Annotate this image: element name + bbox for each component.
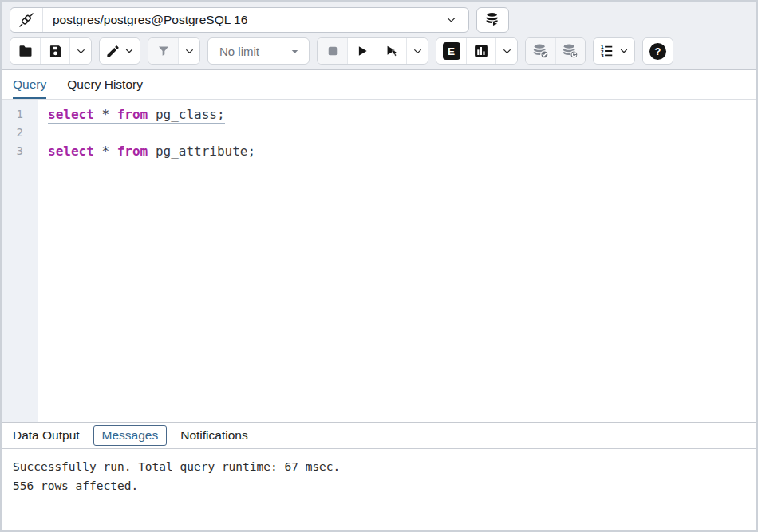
bar-chart-icon <box>473 43 489 59</box>
tab-query-label: Query <box>13 77 46 92</box>
execute-from-cursor-button[interactable] <box>377 38 406 64</box>
macros-button-group: 123 <box>593 37 635 65</box>
query-tool-window: postgres/postgres@PostgreSQL 16 <box>0 0 758 532</box>
chevron-down-icon[interactable] <box>434 13 468 26</box>
tab-query-history-label: Query History <box>67 77 143 92</box>
save-file-button[interactable] <box>40 38 69 64</box>
tab-data-output[interactable]: Data Output <box>13 428 80 443</box>
tab-query[interactable]: Query <box>13 70 46 99</box>
floppy-save-icon <box>48 44 63 59</box>
connection-plug-icon <box>10 8 43 32</box>
help-button[interactable]: ? <box>643 38 673 64</box>
edit-menu-button[interactable] <box>100 38 140 64</box>
funnel-filter-icon <box>156 44 171 58</box>
filter-options-dropdown[interactable] <box>178 38 199 64</box>
database-commit-icon <box>532 42 550 60</box>
explain-analyze-button[interactable] <box>466 38 495 64</box>
caret-down-icon <box>289 45 301 57</box>
macros-menu-button[interactable]: 123 <box>594 38 634 64</box>
help-button-group: ? <box>642 37 673 65</box>
chevron-down-icon <box>619 46 629 56</box>
editor-tab-bar: Query Query History <box>2 70 756 100</box>
chevron-down-icon <box>124 46 134 56</box>
new-connection-button[interactable] <box>476 7 509 33</box>
connection-label: postgres/postgres@PostgreSQL 16 <box>43 13 434 27</box>
execute-button[interactable] <box>347 38 377 64</box>
play-cursor-icon <box>385 44 400 59</box>
line-number-gutter: 123 <box>2 100 38 422</box>
execute-button-group <box>317 37 428 65</box>
question-mark-icon: ? <box>649 43 666 60</box>
code-line[interactable] <box>48 124 756 142</box>
connection-bar: postgres/postgres@PostgreSQL 16 <box>2 2 756 37</box>
filter-button-group <box>148 37 200 65</box>
commit-button[interactable] <box>526 38 555 64</box>
connection-selector[interactable]: postgres/postgres@PostgreSQL 16 <box>10 7 469 33</box>
folder-icon <box>18 43 34 59</box>
line-number: 3 <box>2 142 38 160</box>
database-rollback-icon <box>562 42 579 60</box>
database-switch-icon <box>484 11 501 28</box>
row-limit-select[interactable]: No limit <box>207 37 310 65</box>
chevron-down-icon <box>184 46 195 57</box>
chevron-down-icon <box>413 46 423 57</box>
sql-editor[interactable]: 123 select * from pg_class;select * from… <box>2 100 756 422</box>
output-tab-bar: Data Output Messages Notifications <box>2 422 756 449</box>
numbered-list-icon: 123 <box>599 43 615 59</box>
stop-button[interactable] <box>318 38 347 64</box>
tab-notifications[interactable]: Notifications <box>180 428 247 443</box>
line-number: 1 <box>2 105 38 124</box>
code-line[interactable]: select * from pg_attribute; <box>48 142 756 160</box>
explain-e-icon: E <box>443 42 460 60</box>
filter-button[interactable] <box>148 38 178 64</box>
stop-square-icon <box>326 44 340 58</box>
chevron-down-icon <box>502 46 512 57</box>
code-line[interactable]: select * from pg_class; <box>48 105 756 124</box>
messages-panel: Successfully run. Total query runtime: 6… <box>2 449 756 530</box>
open-file-button[interactable] <box>10 38 40 64</box>
execute-options-dropdown[interactable] <box>406 38 428 64</box>
message-line: 556 rows affected. <box>13 476 756 495</box>
explain-button[interactable]: E <box>436 38 466 64</box>
file-button-group <box>10 37 92 65</box>
line-number: 2 <box>2 124 38 142</box>
tab-messages[interactable]: Messages <box>93 425 168 446</box>
svg-text:3: 3 <box>601 53 604 58</box>
tab-query-history[interactable]: Query History <box>67 70 143 99</box>
message-line: Successfully run. Total query runtime: 6… <box>13 457 756 476</box>
explain-button-group: E <box>436 37 518 65</box>
rollback-button[interactable] <box>555 38 585 64</box>
pencil-icon <box>105 44 120 59</box>
save-options-dropdown[interactable] <box>69 38 91 64</box>
query-toolbar: No limit <box>2 37 756 70</box>
explain-options-dropdown[interactable] <box>495 38 517 64</box>
row-limit-value: No limit <box>219 45 259 58</box>
play-icon <box>355 44 369 58</box>
transaction-button-group <box>525 37 586 65</box>
edit-button-group <box>99 37 140 65</box>
code-area[interactable]: select * from pg_class;select * from pg_… <box>38 100 756 422</box>
chevron-down-icon <box>76 46 86 57</box>
